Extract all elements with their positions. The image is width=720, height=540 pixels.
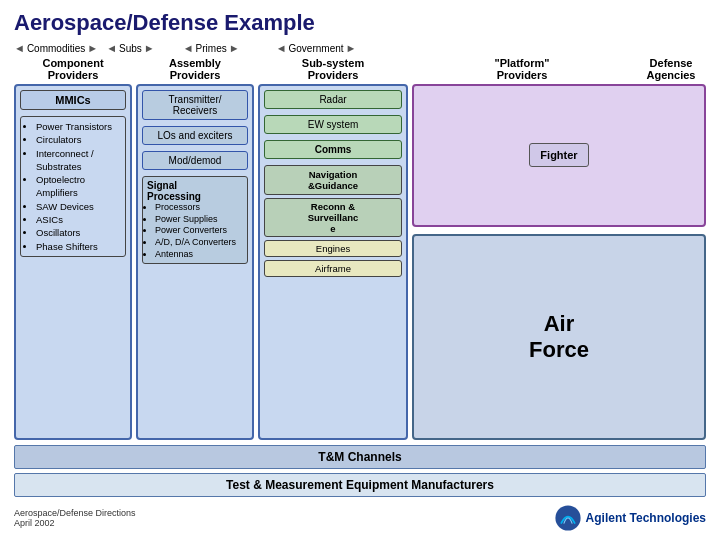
nav-guidance-box: Navigation&Guidance: [264, 165, 402, 195]
logo-area: Agilent Technologies: [554, 504, 706, 532]
arrow-subs-left: ◄: [106, 42, 117, 54]
category-bar: ◄ Commodities ► ◄ Subs ► ◄ Primes ► ◄ Go…: [14, 42, 706, 54]
header-platform: "Platform"Providers: [412, 57, 632, 81]
arrow-primes-left: ◄: [183, 42, 194, 54]
list-item: Power Converters: [155, 225, 243, 237]
signal-list: Processors Power Supplies Power Converte…: [147, 202, 243, 260]
list-item: Optoelectro Amplifiers: [36, 173, 120, 200]
cat-primes: Primes: [194, 43, 229, 54]
commodities-column: MMICs Power Transistors Circulators Inte…: [14, 84, 132, 440]
list-item: Oscillators: [36, 226, 120, 239]
logo-text: Agilent Technologies: [586, 511, 706, 525]
arrow-govt-left: ◄: [276, 42, 287, 54]
footer-text: Aerospace/Defense Directions April 2002: [14, 508, 136, 528]
bottom-bars: T&M Channels Test & Measurement Equipmen…: [14, 445, 706, 501]
air-force-label: AirForce: [529, 311, 589, 364]
assembly-outer-box: Transmitter/ Receivers LOs and exciters …: [136, 84, 254, 440]
agilent-logo-icon: [554, 504, 582, 532]
fighter-box: Fighter: [529, 143, 588, 167]
defense-outer-box: AirForce: [412, 234, 706, 440]
list-item: Power Supplies: [155, 214, 243, 226]
page: Aerospace/Defense Example ◄ Commodities …: [0, 0, 720, 540]
engines-box: Engines: [264, 240, 402, 257]
signal-box: SignalProcessing Processors Power Suppli…: [142, 176, 248, 264]
page-title: Aerospace/Defense Example: [14, 10, 706, 36]
arrow-commodities-right: ►: [87, 42, 98, 54]
footer-line2: April 2002: [14, 518, 136, 528]
list-item: ASICs: [36, 213, 120, 226]
header-assembly: AssemblyProviders: [136, 57, 254, 81]
platform-outer-box: Fighter: [412, 84, 706, 227]
cat-government: Government: [287, 43, 346, 54]
airframe-box: Airframe: [264, 260, 402, 277]
ew-system-box: EW system: [264, 115, 402, 134]
list-item: A/D, D/A Converters: [155, 237, 243, 249]
commodities-outer-box: MMICs Power Transistors Circulators Inte…: [14, 84, 132, 440]
reconn-box: Reconn &Surveillance: [264, 198, 402, 237]
cat-commodities: Commodities: [25, 43, 87, 54]
header-subsystem: Sub-systemProviders: [258, 57, 408, 81]
test-manufacturers-bar: Test & Measurement Equipment Manufacture…: [14, 473, 706, 497]
subsystem-column: Radar EW system Comms Navigation&Guidanc…: [258, 84, 408, 440]
comms-box: Comms: [264, 140, 402, 159]
mod-demod-box: Mod/demod: [142, 151, 248, 170]
tm-channels-bar: T&M Channels: [14, 445, 706, 469]
arrow-subs-right: ►: [144, 42, 155, 54]
column-headers: ComponentProviders AssemblyProviders Sub…: [14, 57, 706, 81]
government-column: Fighter AirForce: [412, 84, 706, 440]
list-item: Antennas: [155, 249, 243, 261]
main-section: MMICs Power Transistors Circulators Inte…: [14, 84, 706, 440]
list-item: Interconnect / Substrates: [36, 147, 120, 174]
component-list: Power Transistors Circulators Interconne…: [20, 116, 126, 257]
footer: Aerospace/Defense Directions April 2002 …: [14, 504, 706, 532]
subsystem-outer-box: Radar EW system Comms Navigation&Guidanc…: [258, 84, 408, 440]
footer-line1: Aerospace/Defense Directions: [14, 508, 136, 518]
cat-subs: Subs: [117, 43, 144, 54]
arrow-govt-right: ►: [346, 42, 357, 54]
list-item: Phase Shifters: [36, 240, 120, 253]
header-defense: DefenseAgencies: [636, 57, 706, 81]
transmitter-box: Transmitter/ Receivers: [142, 90, 248, 120]
header-component: ComponentProviders: [14, 57, 132, 81]
list-item: SAW Devices: [36, 200, 120, 213]
mmics-box: MMICs: [20, 90, 126, 110]
arrow-commodities-left: ◄: [14, 42, 25, 54]
signal-title: SignalProcessing: [147, 180, 243, 202]
lo-exciters-box: LOs and exciters: [142, 126, 248, 145]
list-item: Processors: [155, 202, 243, 214]
list-item: Circulators: [36, 133, 120, 146]
arrow-primes-right: ►: [229, 42, 240, 54]
radar-box: Radar: [264, 90, 402, 109]
assembly-column: Transmitter/ Receivers LOs and exciters …: [136, 84, 254, 440]
list-item: Power Transistors: [36, 120, 120, 133]
